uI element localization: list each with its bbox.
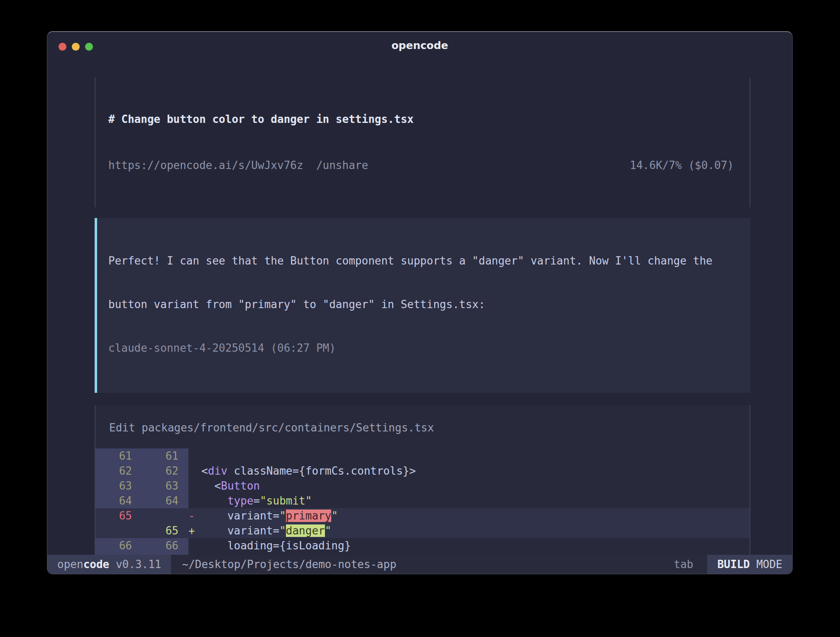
opencode-window: opencode # Change button color to danger…	[47, 31, 793, 574]
session-title: # Change button color to danger in setti…	[108, 112, 750, 127]
working-directory: ~/Desktop/Projects/demo-notes-app	[182, 555, 396, 574]
mode-build-label: BUILD	[717, 558, 756, 571]
old-line-number: 62	[95, 463, 139, 478]
diff-code-line: + variant="danger"	[188, 523, 750, 538]
new-line-number: 64	[139, 493, 188, 508]
app-version-chip: opencode v0.3.11	[47, 555, 171, 574]
mode-chip[interactable]: BUILD MODE	[707, 555, 792, 574]
session-header: # Change button color to danger in setti…	[95, 78, 750, 207]
diff-code-line: type="submit"	[188, 493, 750, 508]
diff-row: 6363 <Button	[95, 478, 750, 493]
old-line-number: 64	[95, 493, 139, 508]
status-bar: opencode v0.3.11 ~/Desktop/Projects/demo…	[47, 555, 792, 574]
new-line-number	[139, 508, 188, 523]
diff-row: 65+ variant="danger"	[95, 523, 750, 538]
diff-row: 6464 type="submit"	[95, 493, 750, 508]
app-name-open: open	[57, 558, 83, 571]
diff-row: 6161	[95, 448, 750, 463]
diff-row: 6666 loading={isLoading}	[95, 538, 750, 553]
old-line-number: 65	[95, 508, 139, 523]
edit-title: Edit packages/frontend/src/containers/Se…	[95, 405, 750, 448]
new-line-number: 65	[139, 523, 188, 538]
unshare-command[interactable]: /unshare	[316, 159, 368, 172]
diff-row: 6262 <div className={formCs.controls}>	[95, 463, 750, 478]
titlebar: opencode	[47, 32, 792, 59]
diff-row: 65- variant="primary"	[95, 508, 750, 523]
old-line-number	[95, 523, 139, 538]
diff-code-line: - variant="primary"	[188, 508, 750, 523]
message-meta: claude-sonnet-4-20250514 (06:27 PM)	[108, 341, 750, 355]
diff-code-line	[188, 448, 750, 463]
message-line: button variant from "primary" to "danger…	[108, 297, 750, 312]
new-line-number: 61	[139, 448, 188, 463]
edit-tool-block: Edit packages/frontend/src/containers/Se…	[95, 405, 750, 574]
diff-code-line: <div className={formCs.controls}>	[188, 463, 750, 478]
token-usage: 14.6K/7% ($0.07)	[630, 158, 734, 173]
new-line-number: 66	[139, 538, 188, 553]
new-line-number: 63	[139, 478, 188, 493]
tab-key-hint[interactable]: tab	[674, 555, 693, 574]
old-line-number: 63	[95, 478, 139, 493]
app-version: v0.3.11	[109, 558, 161, 571]
share-url-row: https://opencode.ai/s/UwJxv76z/unshare	[108, 158, 368, 173]
new-line-number: 62	[139, 463, 188, 478]
assistant-message: Perfect! I can see that the Button compo…	[95, 218, 750, 393]
app-name-code: code	[83, 558, 110, 571]
window-title: opencode	[47, 39, 792, 51]
message-line: Perfect! I can see that the Button compo…	[108, 254, 750, 268]
old-line-number: 66	[95, 538, 139, 553]
share-url-link[interactable]: https://opencode.ai/s/UwJxv76z	[108, 159, 303, 172]
diff-code-line: <Button	[188, 478, 750, 493]
diff-code-line: loading={isLoading}	[188, 538, 750, 553]
mode-label: MODE	[756, 558, 782, 571]
old-line-number: 61	[95, 448, 139, 463]
